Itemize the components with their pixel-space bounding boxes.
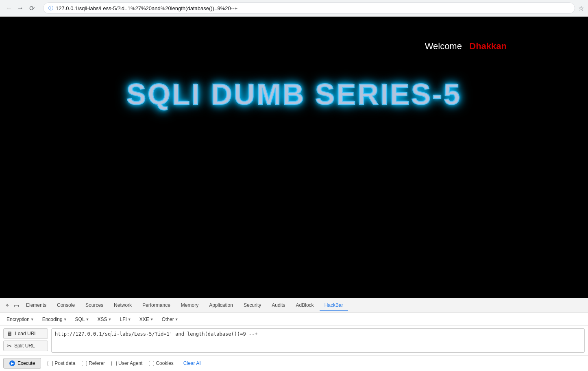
- other-dropdown-arrow: ▼: [175, 317, 179, 321]
- browser-content: Welcome Dhakkan SQLI DUMB SERIES-5: [0, 17, 588, 298]
- split-url-icon: ✂: [7, 343, 12, 349]
- hackbar-menu: Encryption ▼ Encoding ▼ SQL ▼ XSS ▼ LFI …: [0, 313, 588, 326]
- tab-console[interactable]: Console: [52, 300, 80, 311]
- referer-input[interactable]: [82, 361, 87, 366]
- tab-security[interactable]: Security: [239, 300, 266, 311]
- username-label: Dhakkan: [469, 41, 507, 51]
- hackbar-footer: ▶ Execute Post data Referer User Agent C…: [0, 355, 588, 371]
- address-bar[interactable]: ⓘ 127.0.0.1/sqli-labs/Less-5/?id=1%27%20…: [43, 2, 575, 14]
- user-agent-checkbox[interactable]: User Agent: [111, 360, 142, 366]
- tab-sources[interactable]: Sources: [81, 300, 108, 311]
- user-agent-input[interactable]: [111, 361, 117, 366]
- menu-other[interactable]: Other ▼: [159, 315, 182, 323]
- tab-network[interactable]: Network: [109, 300, 137, 311]
- split-url-button[interactable]: ✂ Split URL: [3, 341, 48, 351]
- tab-memory[interactable]: Memory: [176, 300, 203, 311]
- hackbar-body: 🖥 Load URL ✂ Split URL http://127.0.0.1/…: [0, 326, 588, 355]
- devtools-icon-inspect[interactable]: ⌖: [3, 302, 11, 310]
- main-title: SQLI DUMB SERIES-5: [0, 78, 588, 111]
- clear-all-button[interactable]: Clear All: [183, 360, 202, 366]
- hackbar: Encryption ▼ Encoding ▼ SQL ▼ XSS ▼ LFI …: [0, 313, 588, 371]
- menu-sql[interactable]: SQL ▼: [72, 315, 93, 323]
- welcome-section: Welcome Dhakkan: [425, 41, 507, 52]
- tab-elements[interactable]: Elements: [21, 300, 51, 311]
- tab-performance[interactable]: Performance: [137, 300, 175, 311]
- lfi-dropdown-arrow: ▼: [128, 317, 131, 321]
- browser-toolbar: ← → ⟳ ⓘ 127.0.0.1/sqli-labs/Less-5/?id=1…: [0, 0, 588, 16]
- tab-hackbar[interactable]: HackBar: [320, 300, 348, 311]
- menu-xxe[interactable]: XXE ▼: [136, 315, 157, 323]
- hackbar-actions: 🖥 Load URL ✂ Split URL: [3, 328, 48, 351]
- sql-dropdown-arrow: ▼: [86, 317, 89, 321]
- menu-encoding[interactable]: Encoding ▼: [39, 315, 70, 323]
- menu-encryption[interactable]: Encryption ▼: [3, 315, 37, 323]
- devtools-icon-device[interactable]: ▭: [12, 302, 20, 310]
- load-url-icon: 🖥: [7, 330, 13, 337]
- cookies-input[interactable]: [149, 361, 154, 366]
- nav-icons: ← → ⟳: [4, 3, 37, 13]
- encryption-dropdown-arrow: ▼: [30, 317, 34, 321]
- bookmark-button[interactable]: ☆: [578, 4, 584, 12]
- post-data-checkbox[interactable]: Post data: [48, 360, 75, 366]
- welcome-label: Welcome: [425, 41, 462, 51]
- menu-lfi[interactable]: LFI ▼: [116, 315, 134, 323]
- devtools-panel: ⌖ ▭ Elements Console Sources Network Per…: [0, 298, 588, 313]
- tab-audits[interactable]: Audits: [267, 300, 290, 311]
- execute-button[interactable]: ▶ Execute: [3, 358, 41, 369]
- referer-checkbox[interactable]: Referer: [82, 360, 105, 366]
- encoding-dropdown-arrow: ▼: [63, 317, 67, 321]
- lock-icon: ⓘ: [48, 5, 53, 12]
- url-text: 127.0.0.1/sqli-labs/Less-5/?id=1%27%20an…: [56, 5, 570, 11]
- tab-application[interactable]: Application: [204, 300, 238, 311]
- reload-button[interactable]: ⟳: [27, 3, 37, 13]
- load-url-button[interactable]: 🖥 Load URL: [3, 328, 48, 339]
- execute-play-icon: ▶: [9, 360, 15, 366]
- tab-adblock[interactable]: AdBlock: [291, 300, 319, 311]
- devtools-tabs: ⌖ ▭ Elements Console Sources Network Per…: [0, 298, 588, 313]
- browser-chrome: ← → ⟳ ⓘ 127.0.0.1/sqli-labs/Less-5/?id=1…: [0, 0, 588, 17]
- hackbar-url-input[interactable]: http://127.0.0.1/sqli-labs/Less-5/?id=1'…: [51, 328, 585, 353]
- xxe-dropdown-arrow: ▼: [150, 317, 154, 321]
- menu-xss[interactable]: XSS ▼: [94, 315, 115, 323]
- post-data-input[interactable]: [48, 361, 53, 366]
- forward-button[interactable]: →: [15, 3, 25, 13]
- back-button[interactable]: ←: [4, 3, 14, 13]
- xss-dropdown-arrow: ▼: [108, 317, 112, 321]
- cookies-checkbox[interactable]: Cookies: [149, 360, 173, 366]
